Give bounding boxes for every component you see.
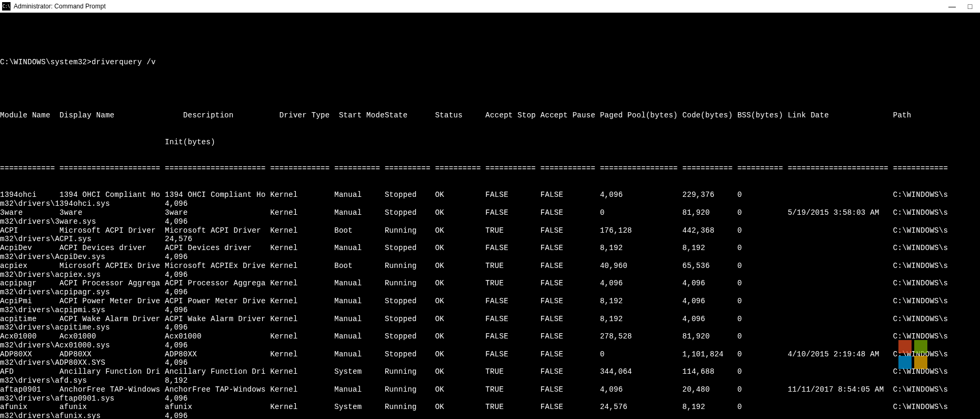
title-bar: C:\ Administrator: Command Prompt — □ — [0, 0, 980, 13]
driver-row-continuation: m32\drivers\3ware.sys 4,096 — [0, 217, 980, 226]
driver-row: AcpiPmi ACPI Power Meter Drive ACPI Powe… — [0, 297, 980, 306]
window-controls: — □ — [948, 3, 978, 10]
driver-row: Acx01000 Acx01000 Acx01000 Kernel Manual… — [0, 332, 980, 341]
driver-row: aftap0901 AnchorFree TAP-Windows AnchorF… — [0, 385, 980, 394]
cmd-icon: C:\ — [2, 2, 11, 11]
minimize-button[interactable]: — — [948, 3, 956, 10]
separator-line: ============ ====================== ====… — [0, 164, 980, 173]
driver-row-continuation: m32\drivers\ACPI.sys 24,576 — [0, 235, 980, 244]
driver-row-continuation: m32\drivers\1394ohci.sys 4,096 — [0, 199, 980, 208]
headers-line1: Module Name Display Name Description Dri… — [0, 111, 980, 120]
driver-row: acpitime ACPI Wake Alarm Driver ACPI Wak… — [0, 315, 980, 324]
driver-row: 3ware 3ware 3ware Kernel Manual Stopped … — [0, 208, 980, 217]
window-title: Administrator: Command Prompt — [14, 3, 106, 10]
driver-row-continuation: m32\drivers\afd.sys 8,192 — [0, 376, 980, 385]
maximize-button[interactable]: □ — [966, 3, 974, 10]
driver-row-continuation: m32\drivers\ADP80XX.SYS 4,096 — [0, 358, 980, 367]
driver-row-continuation: m32\drivers\acpipagr.sys 4,096 — [0, 288, 980, 297]
title-left: C:\ Administrator: Command Prompt — [2, 2, 106, 11]
headers-line2: Init(bytes) — [0, 138, 980, 147]
prompt-line: C:\WINDOWS\system32>driverquery /v — [0, 58, 980, 67]
driver-row: afunix afunix afunix Kernel System Runni… — [0, 403, 980, 412]
driver-row-continuation: m32\drivers\acpipmi.sys 4,096 — [0, 306, 980, 315]
driver-row: 1394ohci 1394 OHCI Compliant Ho 1394 OHC… — [0, 191, 980, 199]
terminal-output[interactable]: C:\WINDOWS\system32>driverquery /v Modul… — [0, 13, 980, 419]
driver-row: AFD Ancillary Function Dri Ancillary Fun… — [0, 367, 980, 376]
driver-row: ACPI Microsoft ACPI Driver Microsoft ACP… — [0, 226, 980, 235]
driver-row: ADP80XX ADP80XX ADP80XX Kernel Manual St… — [0, 350, 980, 359]
driver-row-continuation: m32\drivers\AcpiDev.sys 4,096 — [0, 253, 980, 262]
driver-row: acpipagr ACPI Processor Aggrega ACPI Pro… — [0, 279, 980, 288]
driver-row-continuation: m32\drivers\afunix.sys 4,096 — [0, 412, 980, 419]
driver-row-continuation: m32\drivers\aftap0901.sys 4,096 — [0, 394, 980, 403]
driver-row: AcpiDev ACPI Devices driver ACPI Devices… — [0, 244, 980, 253]
driver-row-continuation: m32\drivers\Acx01000.sys 4,096 — [0, 341, 980, 350]
driver-row: acpiex Microsoft ACPIEx Drive Microsoft … — [0, 262, 980, 271]
driver-row-continuation: m32\Drivers\acpiex.sys 4,096 — [0, 271, 980, 280]
driver-row-continuation: m32\drivers\acpitime.sys 4,096 — [0, 323, 980, 332]
